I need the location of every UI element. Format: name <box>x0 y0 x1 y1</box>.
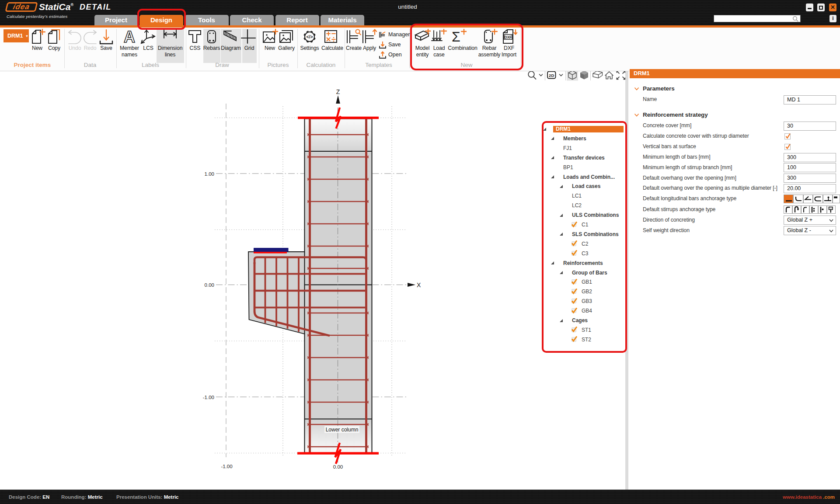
svg-text:</>: </> <box>306 34 313 39</box>
svg-text:2D: 2D <box>549 73 554 78</box>
svg-text:Lower column: Lower column <box>326 427 359 433</box>
svg-text:X: X <box>417 282 421 288</box>
svg-text:A: A <box>124 29 135 45</box>
svg-text:1.00: 1.00 <box>205 171 214 177</box>
svg-text:-1.00: -1.00 <box>221 464 232 469</box>
svg-text:Z: Z <box>336 88 340 95</box>
svg-text:-1.00: -1.00 <box>203 395 214 400</box>
svg-text:0.00: 0.00 <box>333 464 343 469</box>
svg-text:0.00: 0.00 <box>205 282 214 288</box>
